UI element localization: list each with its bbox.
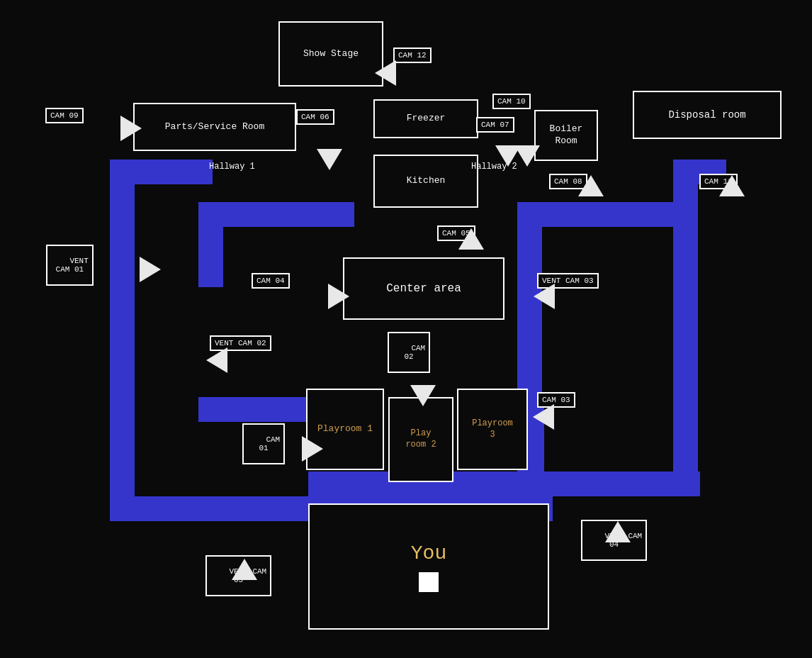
cam-07[interactable]: CAM 07 [476,117,514,133]
you-marker [419,572,439,592]
vent-cam-01[interactable]: VENT CAM 01 [46,245,94,286]
arrow-cam05 [458,228,484,250]
room-playroom3[interactable]: Playroom 3 [457,389,528,470]
hallway1-label: Hallway 1 [209,162,255,172]
arrow-cam03 [533,404,554,430]
room-center-area[interactable]: Center area [343,257,504,320]
cam-12[interactable]: CAM 12 [393,48,432,63]
arrow-vent-cam02 [206,347,227,373]
room-kitchen[interactable]: Kitchen [373,155,478,208]
svg-rect-7 [198,397,312,422]
arrow-vent-cam04 [605,521,631,542]
arrow-cam08 [578,175,604,196]
svg-rect-2 [673,160,698,493]
arrow-cam11 [719,175,745,196]
svg-rect-8 [517,202,677,227]
cam-09[interactable]: CAM 09 [45,108,84,123]
arrow-cam02 [410,385,436,406]
room-show-stage[interactable]: Show Stage [278,21,383,87]
room-boiler[interactable]: Boiler Room [534,110,598,161]
svg-rect-6 [198,202,354,227]
arrow-cam04 [328,284,349,309]
arrow-cam09 [120,116,142,141]
cam-02[interactable]: CAM 02 [388,332,430,373]
arrow-vent-cam01 [140,257,161,282]
room-playroom2[interactable]: Play room 2 [388,397,453,482]
room-freezer[interactable]: Freezer [373,99,478,138]
map-container: Show Stage Parts/Service Room Freezer Bo… [0,0,812,658]
arrow-cam07 [495,145,521,167]
arrow-cam12 [375,60,396,86]
cam-01[interactable]: CAM 01 [242,423,285,464]
svg-rect-3 [517,472,700,496]
arrow-cam01 [302,436,323,462]
cam-06[interactable]: CAM 06 [296,109,334,125]
svg-rect-5 [198,202,223,287]
arrow-cam06 [317,149,342,170]
cam-10[interactable]: CAM 10 [492,94,531,109]
svg-rect-0 [110,160,135,518]
cam-04[interactable]: CAM 04 [252,273,290,289]
room-you[interactable]: You [308,503,549,630]
arrow-vent-cam03 [534,284,555,309]
room-parts-service[interactable]: Parts/Service Room [133,103,296,151]
svg-rect-4 [110,160,213,184]
room-disposal[interactable]: Disposal room [633,91,782,139]
arrow-vent-cam05 [232,559,257,580]
svg-rect-1 [110,496,315,521]
